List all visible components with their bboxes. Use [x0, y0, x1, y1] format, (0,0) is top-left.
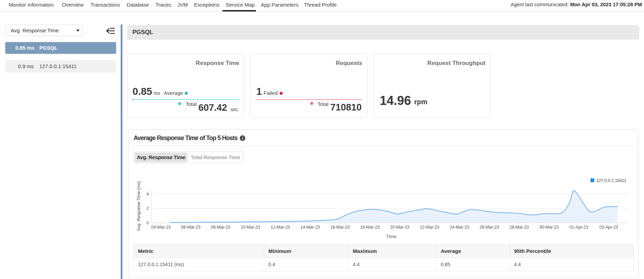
svg-text:24-Mar-23: 24-Mar-23 [450, 225, 469, 230]
svg-text:26-Mar-23: 26-Mar-23 [480, 225, 499, 230]
svg-text:2: 2 [146, 206, 149, 211]
svg-text:16-Mar-23: 16-Mar-23 [330, 225, 350, 230]
svg-text:08-Mar-23: 08-Mar-23 [211, 225, 230, 230]
svg-text:04-Mar-23: 04-Mar-23 [151, 225, 171, 230]
svg-text:127.0.0.1:15411: 127.0.0.1:15411 [596, 178, 626, 183]
svg-text:10-Mar-23: 10-Mar-23 [241, 225, 260, 230]
svg-text:01-Apr-23: 01-Apr-23 [570, 225, 588, 230]
svg-text:0: 0 [146, 221, 149, 225]
svg-text:28-Mar-23: 28-Mar-23 [509, 225, 529, 230]
svg-text:Time: Time [386, 234, 396, 239]
svg-text:06-Mar-23: 06-Mar-23 [181, 225, 200, 230]
svg-text:18-Mar-23: 18-Mar-23 [360, 225, 380, 230]
svg-text:Avg. Response Time (ms): Avg. Response Time (ms) [136, 181, 141, 231]
svg-text:22-Mar-23: 22-Mar-23 [420, 225, 439, 230]
svg-text:14-Mar-23: 14-Mar-23 [300, 225, 320, 230]
svg-text:12-Mar-23: 12-Mar-23 [271, 225, 290, 230]
svg-text:30-Mar-23: 30-Mar-23 [539, 225, 559, 230]
svg-text:4: 4 [146, 192, 149, 197]
svg-text:03-Apr-23: 03-Apr-23 [599, 225, 618, 230]
svg-text:20-Mar-23: 20-Mar-23 [390, 225, 409, 230]
